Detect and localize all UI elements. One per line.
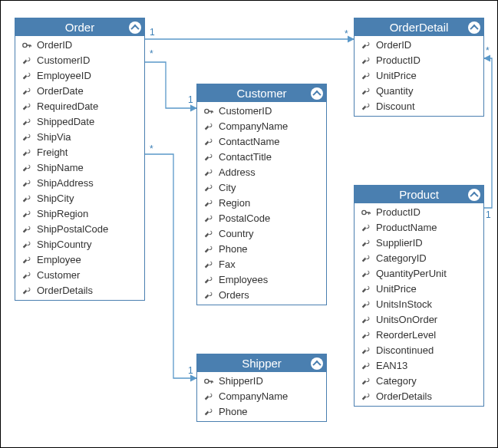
property-row[interactable]: ShippedDate [15, 114, 144, 130]
property-row[interactable]: ShipVia [15, 130, 144, 145]
property-row[interactable]: CategoryID [355, 251, 483, 266]
wrench-icon [361, 361, 371, 371]
property-row[interactable]: City [197, 180, 326, 196]
entity-title-customer: Customer [203, 87, 320, 100]
entity-header-product[interactable]: Product [355, 186, 483, 203]
entity-header-orderdetail[interactable]: OrderDetail [355, 18, 483, 36]
property-row[interactable]: ProductID [355, 53, 483, 68]
wrench-icon [361, 253, 371, 264]
wrench-icon [361, 284, 371, 295]
card-product-orderdetail-star: * [486, 45, 490, 56]
property-row[interactable]: CompanyName [197, 119, 326, 134]
entity-header-customer[interactable]: Customer [197, 84, 326, 102]
property-row[interactable]: SupplierID [355, 236, 483, 251]
property-row[interactable]: ShipPostalCode [15, 222, 144, 237]
entity-header-order[interactable]: Order [15, 18, 144, 36]
property-label: Customer [37, 269, 80, 282]
property-row[interactable]: Country [197, 226, 326, 242]
card-order-customer-star: * [150, 48, 153, 59]
property-label: ShippedDate [37, 116, 94, 128]
property-row[interactable]: ContactTitle [197, 150, 326, 165]
property-row[interactable]: ProductName [355, 220, 483, 236]
wrench-icon [203, 183, 214, 193]
property-row[interactable]: Phone [197, 404, 326, 420]
entity-shipper[interactable]: ShipperShipperIDCompanyNamePhone [196, 354, 327, 422]
wrench-icon [361, 101, 371, 112]
property-label: Category [376, 375, 417, 387]
wrench-icon [361, 222, 371, 233]
property-row[interactable]: UnitPrice [355, 282, 483, 297]
property-label: CustomerID [37, 54, 90, 67]
property-row[interactable]: Discount [355, 99, 483, 114]
property-row[interactable]: ShipAddress [15, 176, 144, 191]
property-row[interactable]: QuantityPerUnit [355, 266, 483, 282]
property-row[interactable]: ReorderLevel [355, 328, 483, 343]
property-label: EAN13 [376, 360, 407, 372]
card-order-customer-1: 1 [188, 94, 193, 105]
property-row[interactable]: Freight [15, 145, 144, 160]
property-row[interactable]: PostalCode [197, 211, 326, 226]
wrench-icon [203, 244, 214, 255]
wrench-icon [21, 209, 32, 219]
property-row[interactable]: RequiredDate [15, 99, 144, 114]
property-label: ShipAddress [37, 177, 94, 189]
property-row[interactable]: ShipName [15, 160, 144, 176]
wrench-icon [203, 229, 214, 239]
property-label: ProductName [376, 222, 437, 234]
property-row[interactable]: Phone [197, 242, 326, 257]
property-row[interactable]: Fax [197, 257, 326, 272]
property-row[interactable]: OrderDate [15, 84, 144, 99]
property-row[interactable]: CustomerID [15, 53, 144, 68]
property-row[interactable]: ShipCity [15, 191, 144, 206]
property-row[interactable]: UnitPrice [355, 68, 483, 84]
card-order-orderdetail-star: * [345, 28, 348, 39]
property-row[interactable]: ShipCountry [15, 237, 144, 252]
property-row[interactable]: Region [197, 196, 326, 211]
property-row[interactable]: Customer [15, 268, 144, 283]
property-row[interactable]: Discontinued [355, 343, 483, 358]
property-row[interactable]: OrderID [355, 38, 483, 53]
property-row[interactable]: UnitsOnOrder [355, 312, 483, 328]
wrench-icon [21, 132, 32, 143]
property-label: ShipPostalCode [37, 223, 108, 236]
property-row[interactable]: EAN13 [355, 358, 483, 374]
property-row[interactable]: Category [355, 374, 483, 389]
entity-customer[interactable]: CustomerCustomerIDCompanyNameContactName… [196, 84, 327, 305]
key-icon [21, 40, 32, 51]
property-row[interactable]: Orders [197, 288, 326, 303]
property-row[interactable]: OrderID [15, 38, 144, 53]
wrench-icon [361, 268, 371, 279]
property-row[interactable]: CompanyName [197, 389, 326, 404]
property-label: Fax [219, 259, 236, 271]
property-row[interactable]: OrderDetails [355, 389, 483, 404]
property-label: ProductID [376, 54, 420, 67]
entity-product[interactable]: ProductProductIDProductNameSupplierIDCat… [354, 185, 484, 407]
property-row[interactable]: CustomerID [197, 104, 326, 119]
property-row[interactable]: EmployeeID [15, 68, 144, 84]
property-row[interactable]: UnitsInStock [355, 297, 483, 312]
collapse-icon[interactable] [468, 21, 480, 34]
property-row[interactable]: ProductID [355, 205, 483, 220]
entity-order[interactable]: OrderOrderIDCustomerIDEmployeeIDOrderDat… [15, 18, 145, 301]
wrench-icon [21, 193, 32, 204]
collapse-icon[interactable] [129, 21, 141, 34]
wrench-icon [21, 147, 32, 158]
property-row[interactable]: Employee [15, 252, 144, 268]
property-row[interactable]: OrderDetails [15, 283, 144, 298]
rel-product-orderdetail [484, 58, 492, 208]
wrench-icon [361, 40, 371, 51]
collapse-icon[interactable] [468, 189, 480, 201]
property-row[interactable]: ShipperID [197, 374, 326, 389]
property-label: City [219, 182, 236, 194]
property-label: ShipName [37, 162, 84, 174]
entity-orderdetail[interactable]: OrderDetailOrderIDProductIDUnitPriceQuan… [354, 18, 484, 117]
collapse-icon[interactable] [311, 87, 323, 100]
entity-header-shipper[interactable]: Shipper [197, 354, 326, 372]
property-row[interactable]: Quantity [355, 84, 483, 99]
property-row[interactable]: ShipRegion [15, 206, 144, 222]
key-icon [203, 376, 214, 387]
property-row[interactable]: Employees [197, 272, 326, 288]
property-row[interactable]: ContactName [197, 134, 326, 150]
collapse-icon[interactable] [311, 357, 323, 370]
property-row[interactable]: Address [197, 165, 326, 180]
